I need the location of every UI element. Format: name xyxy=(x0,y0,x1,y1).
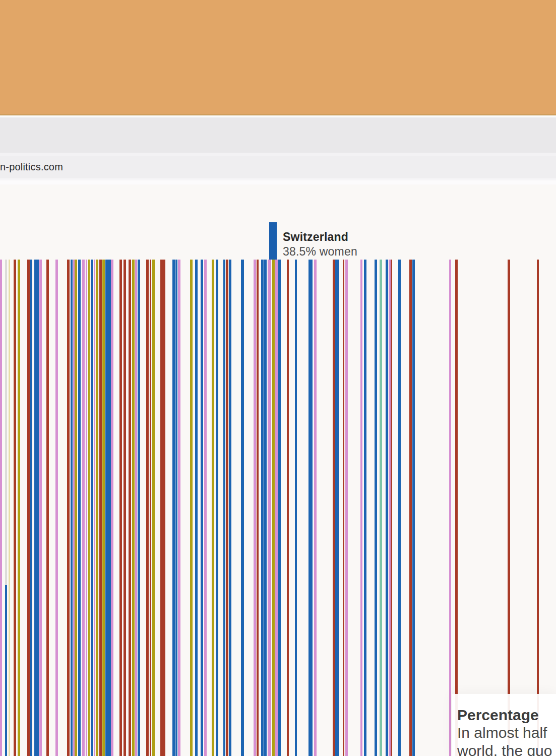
browser-url-bar[interactable]: n-politics.com xyxy=(0,156,556,178)
webpage-content: Switzerland 38.5% women Percentage In al… xyxy=(0,184,556,756)
country-stripe[interactable] xyxy=(55,260,58,756)
country-stripe[interactable] xyxy=(216,260,218,756)
country-stripe[interactable] xyxy=(102,260,105,756)
country-stripe[interactable] xyxy=(39,260,42,756)
country-stripe[interactable] xyxy=(360,260,362,756)
country-stripe[interactable] xyxy=(537,260,539,756)
country-stripe[interactable] xyxy=(172,260,175,756)
country-stripe[interactable] xyxy=(88,260,90,756)
country-stripe[interactable] xyxy=(375,260,377,756)
info-card: Percentage In almost half world, the quo xyxy=(452,694,556,756)
country-stripe[interactable] xyxy=(34,260,39,756)
country-stripe[interactable] xyxy=(99,260,102,756)
country-stripe[interactable] xyxy=(96,260,98,756)
country-stripe[interactable] xyxy=(364,260,366,756)
country-stripe[interactable] xyxy=(314,260,317,756)
country-stripe[interactable] xyxy=(254,260,256,756)
country-stripe[interactable] xyxy=(150,260,151,756)
browser-toolbar[interactable] xyxy=(0,117,556,153)
country-stripe[interactable] xyxy=(129,260,131,756)
country-stripe[interactable] xyxy=(119,260,122,756)
country-stripe[interactable] xyxy=(5,260,7,756)
country-stripe[interactable] xyxy=(71,260,73,756)
country-stripe[interactable] xyxy=(455,260,458,756)
country-stripe[interactable] xyxy=(278,260,281,756)
country-stripe[interactable] xyxy=(386,260,388,756)
country-stripe[interactable] xyxy=(0,260,2,756)
url-text[interactable]: n-politics.com xyxy=(0,161,63,173)
country-stripe[interactable] xyxy=(190,260,193,756)
tooltip-value-label: 38.5% women xyxy=(283,244,357,259)
country-stripe[interactable] xyxy=(335,260,339,756)
country-stripe[interactable] xyxy=(272,260,275,756)
country-stripe[interactable] xyxy=(343,260,344,756)
country-stripe[interactable] xyxy=(449,260,451,756)
country-stripe[interactable] xyxy=(204,260,207,756)
country-stripe[interactable] xyxy=(132,260,135,756)
country-stripe[interactable] xyxy=(175,260,177,756)
country-stripe[interactable] xyxy=(123,260,126,756)
country-stripe[interactable] xyxy=(229,260,231,756)
country-stripe[interactable] xyxy=(308,260,313,756)
country-stripe[interactable] xyxy=(82,260,85,756)
country-stripe[interactable] xyxy=(91,260,93,756)
country-stripe-segment-bottom xyxy=(5,585,7,756)
country-stripe[interactable] xyxy=(261,260,264,756)
country-stripe[interactable] xyxy=(105,260,111,756)
country-stripe[interactable] xyxy=(27,260,30,756)
country-stripe[interactable] xyxy=(86,260,87,756)
country-stripe[interactable] xyxy=(14,260,16,756)
country-stripe[interactable] xyxy=(226,260,228,756)
country-stripe[interactable] xyxy=(257,260,259,756)
country-stripe[interactable] xyxy=(201,260,203,756)
country-stripe[interactable] xyxy=(78,260,81,756)
tooltip-country-label: Switzerland xyxy=(283,230,357,244)
country-stripe[interactable] xyxy=(268,260,271,756)
country-stripe[interactable] xyxy=(380,260,382,756)
country-stripe[interactable] xyxy=(409,260,412,756)
country-stripe[interactable] xyxy=(135,260,137,756)
country-stripe[interactable] xyxy=(9,260,10,756)
stripe-band xyxy=(0,260,556,756)
country-stripe[interactable] xyxy=(223,260,225,756)
country-stripe[interactable] xyxy=(67,260,70,756)
country-stripe[interactable] xyxy=(398,260,401,756)
country-stripe[interactable] xyxy=(18,260,20,756)
country-stripe[interactable] xyxy=(111,260,113,756)
country-stripe[interactable] xyxy=(46,260,49,756)
country-stripe[interactable] xyxy=(178,260,180,756)
country-stripe[interactable] xyxy=(94,260,95,756)
country-stripe[interactable] xyxy=(508,260,510,756)
country-stripe[interactable] xyxy=(264,260,267,756)
country-stripe[interactable] xyxy=(160,260,165,756)
info-card-line-1: In almost half xyxy=(457,724,556,742)
highlight-tooltip: Switzerland 38.5% women xyxy=(283,230,357,259)
country-stripe[interactable] xyxy=(75,260,77,756)
country-stripe[interactable] xyxy=(287,260,289,756)
country-stripe[interactable] xyxy=(30,260,32,756)
country-stripe[interactable] xyxy=(345,260,348,756)
country-stripe[interactable] xyxy=(295,260,297,756)
highlight-bar-switzerland[interactable] xyxy=(269,222,277,260)
country-stripe[interactable] xyxy=(412,260,415,756)
country-stripe[interactable] xyxy=(138,260,140,756)
country-stripe[interactable] xyxy=(146,260,149,756)
country-stripe[interactable] xyxy=(195,260,198,756)
country-stripe[interactable] xyxy=(152,260,155,756)
country-stripe[interactable] xyxy=(275,260,278,756)
country-stripe[interactable] xyxy=(241,260,244,756)
info-card-title: Percentage xyxy=(457,707,556,724)
country-stripe[interactable] xyxy=(391,260,392,756)
country-stripe[interactable] xyxy=(212,260,214,756)
page-top-edge xyxy=(0,180,556,184)
info-card-line-2: world, the quo xyxy=(457,742,556,756)
country-stripe-segment-top xyxy=(5,260,7,585)
desktop-background xyxy=(0,0,556,115)
